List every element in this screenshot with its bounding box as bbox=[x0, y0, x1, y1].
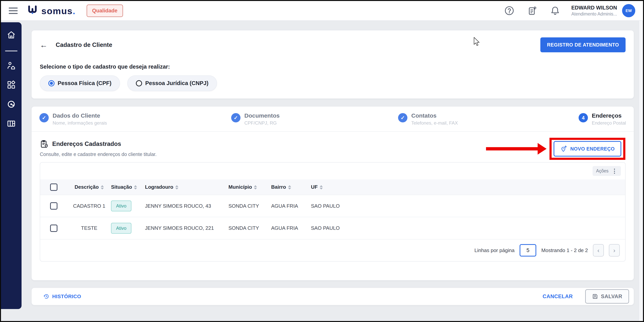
radio-pessoa-juridica[interactable]: Pessoa Jurídica (CNPJ) bbox=[127, 75, 217, 91]
scrollbar[interactable] bbox=[639, 21, 642, 322]
sidebar-divider bbox=[5, 51, 18, 51]
sidebar-item-monitor-icon[interactable] bbox=[7, 100, 16, 109]
somus-logo-mark-icon bbox=[28, 5, 38, 14]
column-header-descricao[interactable]: Descrição bbox=[67, 179, 111, 195]
new-record-icon[interactable] bbox=[527, 6, 537, 16]
hamburger-menu-icon[interactable] bbox=[9, 7, 18, 14]
address-list-icon bbox=[40, 140, 49, 149]
sort-icon bbox=[134, 185, 137, 189]
section-heading: Endereços Cadastrados Consulte, edite e … bbox=[40, 140, 157, 157]
step-check-icon: ✓ bbox=[231, 113, 240, 123]
radio-selected-icon bbox=[48, 80, 54, 86]
pagination: Linhas por página 5 Mostrando 1 - 2 de 2… bbox=[40, 239, 625, 261]
cell-municipio: SONDA CITY bbox=[228, 195, 271, 217]
step-contatos[interactable]: ✓ Contatos Telefones, e-mail, FAX bbox=[398, 112, 458, 126]
registro-atendimento-button[interactable]: REGISTRO DE ATENDIMENTO bbox=[540, 37, 626, 52]
notifications-bell-icon[interactable] bbox=[550, 6, 560, 16]
cell-uf: SAO PAULO bbox=[311, 217, 625, 239]
cell-logradouro: JENNY SIMOES ROUCO, 43 bbox=[145, 195, 228, 217]
sort-icon bbox=[288, 185, 291, 189]
step-number-icon: 4 bbox=[578, 113, 588, 123]
salvar-button[interactable]: SALVAR bbox=[585, 289, 629, 304]
column-header-logradouro[interactable]: Logradouro bbox=[145, 179, 228, 195]
sidebar-item-board-icon[interactable] bbox=[7, 119, 16, 128]
back-arrow-icon[interactable]: ← bbox=[40, 41, 48, 49]
avatar[interactable]: EW bbox=[622, 4, 635, 17]
footer-actions-bar: HISTÓRICO CANCELAR SALVAR bbox=[31, 288, 634, 305]
step-dados-do-cliente[interactable]: ✓ Dados do Cliente Nome, informações ger… bbox=[40, 112, 107, 126]
pin-plus-icon bbox=[560, 145, 567, 152]
cell-municipio: SONDA CITY bbox=[228, 217, 271, 239]
column-header-municipio[interactable]: Município bbox=[228, 179, 271, 195]
row-checkbox[interactable] bbox=[50, 202, 58, 210]
step-check-icon: ✓ bbox=[40, 113, 49, 123]
cell-uf: SAO PAULO bbox=[311, 195, 625, 217]
kebab-menu-icon: ⋮ bbox=[612, 169, 618, 173]
sort-icon bbox=[101, 185, 104, 189]
table-row: CADASTRO 1 Ativo JENNY SIMOES ROUCO, 43 … bbox=[40, 195, 625, 217]
logo-dot: . bbox=[73, 6, 75, 16]
status-badge: Ativo bbox=[111, 200, 132, 211]
sidebar-item-clients-icon[interactable] bbox=[7, 61, 16, 70]
addresses-table-container: Ações ⋮ Descrição Situação Log bbox=[40, 162, 626, 262]
table-header-row: Descrição Situação Logradouro Município … bbox=[40, 179, 625, 195]
historico-button[interactable]: HISTÓRICO bbox=[43, 293, 81, 300]
app-window: somus. Qualidade EDWARD WILSON Atendimen… bbox=[0, 0, 644, 322]
addresses-card: ✓ Dados do Cliente Nome, informações ger… bbox=[31, 106, 634, 281]
user-role: Atendimento Adminis... bbox=[572, 11, 617, 17]
step-check-icon: ✓ bbox=[398, 113, 408, 123]
cell-logradouro: JENNY SIMOES ROUCO, 221 bbox=[145, 217, 228, 239]
stepper: ✓ Dados do Cliente Nome, informações ger… bbox=[32, 107, 634, 132]
sidebar-item-modules-icon[interactable] bbox=[7, 80, 16, 89]
step-documentos[interactable]: ✓ Documentos CPF/CNPJ, RG bbox=[231, 112, 280, 126]
column-header-bairro[interactable]: Bairro bbox=[271, 179, 311, 195]
topbar: somus. Qualidade EDWARD WILSON Atendimen… bbox=[1, 1, 643, 21]
column-header-situacao[interactable]: Situação bbox=[111, 179, 145, 195]
logo-text: somus bbox=[41, 6, 73, 16]
user-name: EDWARD WILSON bbox=[572, 5, 617, 11]
table-row: TESTE Ativo JENNY SIMOES ROUCO, 221 SOND… bbox=[40, 217, 625, 239]
next-page-button[interactable]: › bbox=[609, 244, 620, 257]
somus-logo: somus. bbox=[28, 5, 75, 16]
radio-pessoa-fisica[interactable]: Pessoa Física (CPF) bbox=[40, 75, 120, 91]
select-all-checkbox[interactable] bbox=[50, 183, 58, 191]
history-clock-icon bbox=[43, 293, 50, 300]
annotation-arrow-head bbox=[538, 143, 546, 155]
prev-page-button[interactable]: ‹ bbox=[593, 244, 604, 257]
novo-endereco-wrapper: NOVO ENDEREÇO bbox=[554, 141, 621, 157]
client-register-card: ← Cadastro de Cliente REGISTRO DE ATENDI… bbox=[31, 30, 634, 99]
sort-icon bbox=[175, 185, 178, 189]
sidebar-item-home-icon[interactable] bbox=[7, 30, 16, 39]
section-title: Endereços Cadastrados bbox=[52, 141, 121, 148]
save-floppy-icon bbox=[592, 293, 598, 300]
help-icon[interactable] bbox=[504, 6, 514, 16]
rows-per-page-label: Linhas por página bbox=[474, 247, 514, 253]
cell-descricao: CADASTRO 1 bbox=[67, 195, 111, 217]
status-badge: Ativo bbox=[111, 223, 132, 234]
cell-bairro: AGUA FRIA bbox=[271, 217, 311, 239]
cell-descricao: TESTE bbox=[67, 217, 111, 239]
cell-bairro: AGUA FRIA bbox=[271, 195, 311, 217]
section-subtitle: Consulte, edite e cadastre endereços do … bbox=[40, 152, 157, 157]
row-checkbox[interactable] bbox=[50, 225, 58, 232]
radio-unselected-icon bbox=[136, 80, 142, 86]
user-menu[interactable]: EDWARD WILSON Atendimento Adminis... bbox=[572, 5, 617, 17]
acoes-button[interactable]: Ações ⋮ bbox=[592, 166, 621, 176]
cancelar-button[interactable]: CANCELAR bbox=[543, 294, 573, 300]
addresses-table: Descrição Situação Logradouro Município … bbox=[40, 179, 625, 239]
type-selector: Pessoa Física (CPF) Pessoa Jurídica (CNP… bbox=[40, 75, 626, 91]
step-enderecos[interactable]: 4 Endereços Endereço Postal bbox=[578, 112, 626, 126]
showing-range-label: Mostrando 1 - 2 de 2 bbox=[541, 247, 588, 253]
environment-badge: Qualidade bbox=[86, 4, 123, 17]
type-selector-label: Selecione o tipo de cadastro que deseja … bbox=[40, 64, 626, 70]
sidebar bbox=[1, 22, 22, 309]
sort-icon bbox=[320, 185, 323, 189]
main-content: ← Cadastro de Cliente REGISTRO DE ATENDI… bbox=[31, 21, 634, 305]
rows-per-page-select[interactable]: 5 bbox=[520, 244, 536, 257]
sort-icon bbox=[254, 185, 257, 189]
column-header-uf[interactable]: UF bbox=[311, 179, 625, 195]
annotation-arrow bbox=[486, 147, 538, 151]
page-title: Cadastro de Cliente bbox=[56, 41, 112, 48]
novo-endereco-button[interactable]: NOVO ENDEREÇO bbox=[554, 141, 621, 157]
